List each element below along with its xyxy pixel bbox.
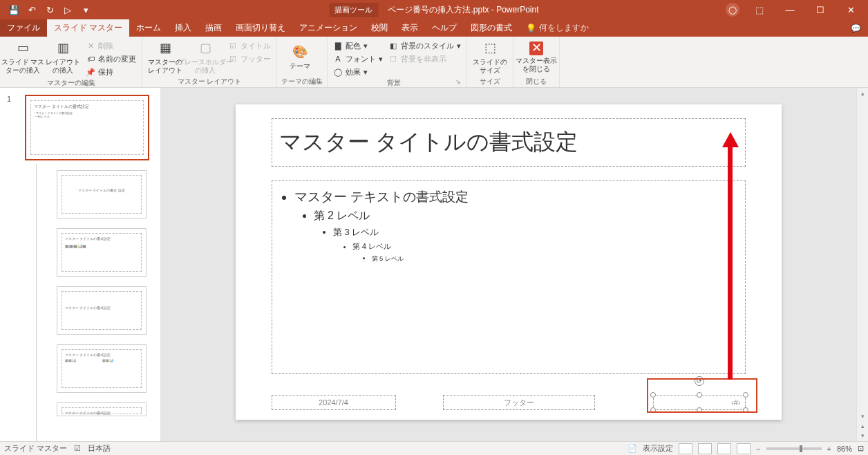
contextual-tab-label: 描画ツール (329, 3, 378, 17)
minimize-button[interactable]: — (775, 0, 804, 19)
close-master-view-button[interactable]: ✕ マスター表示 を閉じる (518, 38, 555, 77)
normal-view-button[interactable] (679, 443, 692, 454)
next-slide-icon[interactable]: ▾ (857, 430, 868, 441)
reading-view-button[interactable] (717, 443, 731, 454)
tab-home[interactable]: ホーム (129, 19, 168, 37)
sorter-view-button[interactable] (698, 443, 712, 454)
title-checkbox: ☑タイトル (227, 39, 272, 52)
layout-thumbnail-2[interactable]: マスター タイトルの書式設定▦▦▦📊▦ (57, 228, 147, 277)
slideshow-view-button[interactable] (737, 443, 751, 454)
checkbox-icon: ☑ (228, 41, 238, 50)
tab-help[interactable]: ヘルプ (425, 19, 464, 37)
display-settings-button[interactable]: 表示設定 (643, 443, 673, 454)
group-label-edit-theme: テーマの編集 (281, 77, 323, 88)
quick-access-toolbar: 💾 ↶ ↻ ▷ ▾ (3, 2, 97, 17)
layout-thumbnail-4[interactable]: マスター タイトルの書式設定▦▦📊▦▦📊 (57, 344, 147, 393)
dropdown-icon: ▾ (364, 41, 368, 50)
zoom-slider[interactable] (766, 447, 822, 450)
account-avatar-icon[interactable]: ◯ (726, 3, 739, 17)
page-number-placeholder[interactable]: ‹#› ⟳ (653, 395, 746, 410)
group-edit-theme: 🎨 テーマ テーマの編集 (277, 37, 328, 87)
rotate-handle-icon[interactable]: ⟳ (695, 376, 704, 386)
tab-shape-format[interactable]: 図形の書式 (464, 19, 519, 37)
qat-start-slideshow-icon[interactable]: ▷ (59, 2, 76, 17)
qat-undo-icon[interactable]: ↶ (23, 2, 40, 17)
slide-size-button[interactable]: ⬚ スライドの サイズ (471, 38, 509, 77)
slide-size-icon: ⬚ (482, 40, 498, 57)
title-placeholder[interactable]: マスター タイトルの書式設定 (272, 118, 746, 167)
zoom-in-button[interactable]: + (827, 445, 831, 453)
fonts-button[interactable]: Aフォント ▾ (332, 53, 384, 65)
fit-to-window-button[interactable]: ⊡ (858, 444, 864, 453)
slide-master-icon: ▭ (15, 40, 31, 57)
ribbon-display-options-icon[interactable]: ⬚ (745, 0, 774, 19)
layout-thumbnail-5[interactable]: マスター タイトルの書式設定 (57, 402, 147, 416)
colors-button[interactable]: ▇配色 ▾ (332, 39, 384, 52)
annotation-arrow-head-icon (722, 132, 739, 147)
footer-placeholder[interactable]: フッター (443, 395, 595, 410)
layout-thumbnail-3[interactable]: マスター タイトルの書式設定 (57, 286, 147, 335)
colors-icon: ▇ (333, 41, 343, 50)
qat-customize-icon[interactable]: ▾ (77, 2, 94, 17)
body-placeholder[interactable]: マスター テキストの書式設定 第 2 レベル 第 3 レベル 第 4 レベル 第… (272, 180, 746, 374)
tab-animations[interactable]: アニメーション (292, 19, 364, 37)
tab-file[interactable]: ファイル (0, 19, 47, 37)
notes-icon[interactable]: 📄 (628, 444, 637, 453)
resize-handle-nw[interactable] (650, 392, 656, 398)
checkbox-icon: ☐ (388, 54, 398, 64)
qat-save-icon[interactable]: 💾 (6, 2, 22, 17)
date-placeholder[interactable]: 2024/7/4 (272, 395, 396, 410)
resize-handle-sw[interactable] (650, 407, 656, 413)
group-edit-master: ▭ スライド マス ターの挿入 ▥ レイアウト の挿入 ✕削除 🏷名前の変更 📌… (0, 37, 142, 87)
tell-me-placeholder: 何をしますか (539, 22, 589, 34)
status-language[interactable]: 日本語 (88, 443, 111, 454)
document-title: ページ番号の挿入方法.pptx - PowerPoint (388, 4, 538, 16)
background-styles-button[interactable]: ◧背景のスタイル ▾ (387, 39, 462, 52)
zoom-level[interactable]: 86% (837, 445, 852, 453)
title-bar: 💾 ↶ ↻ ▷ ▾ 描画ツール ページ番号の挿入方法.pptx - PowerP… (0, 0, 868, 19)
theme-icon: 🎨 (292, 44, 308, 61)
tell-me-search[interactable]: 💡 何をしますか (519, 19, 596, 37)
scroll-up-icon[interactable]: ▴ (857, 88, 868, 99)
effects-icon: ◯ (333, 67, 343, 77)
preserve-button[interactable]: 📌保持 (84, 66, 138, 78)
dropdown-icon: ▾ (379, 55, 383, 64)
tab-slide-master[interactable]: スライド マスター (47, 19, 129, 37)
master-thumbnail[interactable]: マスター タイトルの書式設定 • マスター テキストの書式設定 • 第2レベル (25, 95, 149, 160)
checkbox-icon: ☑ (228, 54, 238, 64)
resize-handle-ne[interactable] (743, 392, 748, 398)
layout-thumbnail-1[interactable]: マスター タイトルの書式 設定 (57, 170, 147, 219)
preserve-icon: 📌 (86, 67, 95, 77)
group-close: ✕ マスター表示 を閉じる 閉じる (513, 37, 560, 87)
proofing-icon[interactable]: ☑ (74, 444, 81, 453)
insert-slide-master-button[interactable]: ▭ スライド マス ターの挿入 (4, 38, 41, 77)
slide-edit-area[interactable]: マスター タイトルの書式設定 マスター テキストの書式設定 第 2 レベル 第 … (160, 88, 856, 441)
resize-handle-n[interactable] (697, 392, 702, 398)
maximize-button[interactable]: ☐ (806, 0, 835, 19)
close-window-button[interactable]: ✕ (836, 0, 865, 19)
effects-button[interactable]: ◯効果 ▾ (332, 66, 384, 78)
insert-layout-button[interactable]: ▥ レイアウト の挿入 (44, 38, 82, 77)
resize-handle-s[interactable] (697, 407, 702, 413)
body-level-2: 第 2 レベル (314, 209, 738, 223)
tab-view[interactable]: 表示 (395, 19, 425, 37)
status-bar: スライド マスター ☑ 日本語 📄 表示設定 − + 86% ⊡ (0, 441, 868, 455)
comments-icon[interactable]: 💬 (843, 19, 868, 37)
tab-transitions[interactable]: 画面切り替え (229, 19, 292, 37)
rename-button[interactable]: 🏷名前の変更 (84, 53, 138, 65)
tab-draw[interactable]: 描画 (198, 19, 229, 37)
zoom-out-button[interactable]: − (756, 445, 760, 453)
tab-review[interactable]: 校閲 (364, 19, 395, 37)
body-level-5: 第 5 レベル (372, 254, 738, 263)
group-label-size: サイズ (471, 77, 509, 88)
theme-button[interactable]: 🎨 テーマ (281, 38, 319, 77)
resize-handle-se[interactable] (743, 407, 748, 413)
vertical-scrollbar[interactable]: ▴ ▾ ▴ ▾ (856, 88, 868, 441)
delete-button: ✕削除 (84, 39, 138, 52)
slide-canvas[interactable]: マスター タイトルの書式設定 マスター テキストの書式設定 第 2 レベル 第 … (236, 104, 782, 420)
group-size: ⬚ スライドの サイズ サイズ (467, 37, 513, 87)
tab-insert[interactable]: 挿入 (168, 19, 198, 37)
qat-redo-icon[interactable]: ↻ (41, 2, 58, 17)
thumbnail-panel[interactable]: 1 マスター タイトルの書式設定 • マスター テキストの書式設定 • 第2レベ… (0, 88, 160, 441)
footer-checkbox: ☑フッター (227, 53, 272, 65)
